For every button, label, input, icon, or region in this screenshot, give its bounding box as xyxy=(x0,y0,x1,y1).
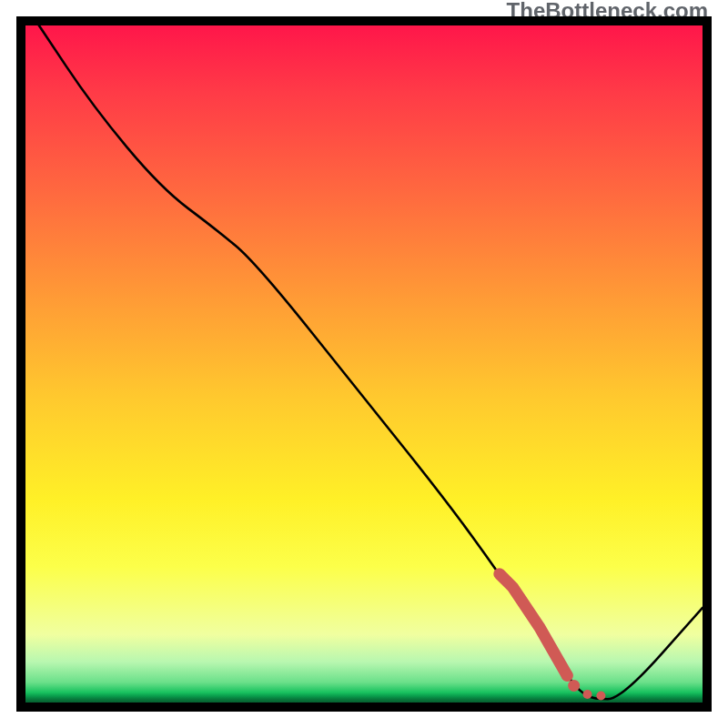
bottleneck-curve xyxy=(39,25,703,699)
chart-plot-area xyxy=(25,25,703,703)
chart-svg xyxy=(25,25,703,703)
highlight-dot xyxy=(596,692,605,701)
highlight-segment-dots xyxy=(561,670,606,701)
highlight-dot xyxy=(583,690,592,699)
highlight-dot xyxy=(561,670,573,682)
highlight-segment-stroke xyxy=(500,574,567,676)
highlight-dot xyxy=(568,680,580,692)
chart-frame xyxy=(16,16,712,712)
